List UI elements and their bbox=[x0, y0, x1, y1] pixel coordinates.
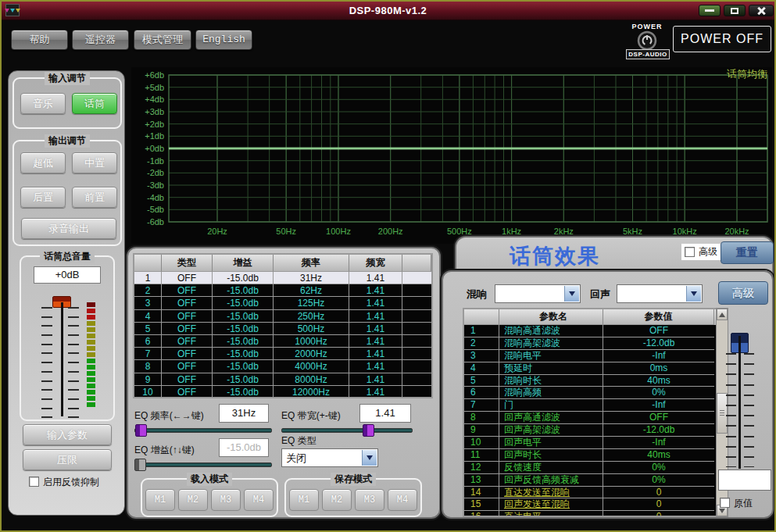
eq-band-row[interactable]: 5OFF-15.0db500Hz1.41 bbox=[134, 323, 431, 335]
save-mode-m1-button[interactable]: M1 bbox=[289, 489, 319, 511]
power-off-button[interactable]: POWER OFF bbox=[673, 26, 771, 52]
eq-band-row[interactable]: 9OFF-15.0db8000Hz1.41 bbox=[134, 373, 431, 386]
param-cell: 0% bbox=[603, 462, 714, 474]
eq-gain-slider-handle[interactable] bbox=[134, 459, 146, 471]
eq-gain-slider-track[interactable] bbox=[134, 462, 272, 467]
eq-band-row[interactable]: 1OFF-15.0db31Hz1.41 bbox=[134, 272, 431, 284]
eq-freq-label: EQ 频率(←→键) bbox=[134, 409, 204, 423]
echo-dropdown[interactable] bbox=[617, 284, 703, 303]
eq-bandwidth-value[interactable]: 1.41 bbox=[359, 404, 411, 423]
eq-cell: OFF bbox=[162, 297, 213, 309]
save-mode-title: 保存模式 bbox=[331, 473, 376, 486]
reverb-dropdown-button[interactable] bbox=[564, 286, 579, 302]
eq-cell: 2000Hz bbox=[274, 348, 349, 360]
subwoofer-button[interactable]: 超低 bbox=[20, 152, 66, 173]
param-value-box[interactable] bbox=[718, 470, 771, 491]
param-row[interactable]: 10回声电平-Inf bbox=[464, 437, 716, 449]
rear-button[interactable]: 后置 bbox=[20, 187, 66, 208]
eq-band-row[interactable]: 6OFF-15.0db1000Hz1.41 bbox=[134, 335, 431, 348]
maximize-button[interactable] bbox=[724, 5, 746, 16]
eq-cell: 1.41 bbox=[349, 335, 402, 348]
eq-cell: 3 bbox=[134, 297, 162, 309]
remote-button[interactable]: 遥控器 bbox=[72, 30, 129, 50]
eq-freq-value[interactable]: 31Hz bbox=[219, 404, 269, 423]
load-mode-m2-button[interactable]: M2 bbox=[178, 489, 208, 511]
english-button[interactable]: English bbox=[195, 30, 252, 50]
mic-volume-slider-track[interactable] bbox=[61, 302, 63, 416]
param-row[interactable]: 7门-Inf bbox=[464, 399, 716, 412]
param-row[interactable]: 2混响高架滤波-12.0db bbox=[464, 337, 716, 350]
param-row[interactable]: 4预延时0ms bbox=[464, 362, 716, 375]
eq-bandwidth-slider-handle[interactable] bbox=[363, 424, 374, 437]
front-button[interactable]: 前置 bbox=[72, 187, 117, 208]
center-button[interactable]: 中置 bbox=[72, 152, 117, 173]
mic-button[interactable]: 话筒 bbox=[72, 93, 117, 114]
mode-manage-button[interactable]: 模式管理 bbox=[134, 30, 191, 50]
maximize-icon bbox=[731, 8, 738, 14]
eq-gain-value[interactable]: -15.0db bbox=[219, 438, 269, 457]
param-row[interactable]: 9回声高架滤波-12.0db bbox=[464, 424, 716, 437]
advanced-button[interactable]: 高级 bbox=[718, 281, 768, 305]
param-row[interactable]: 11回声时长40ms bbox=[464, 449, 716, 462]
load-mode-m4-button[interactable]: M4 bbox=[244, 489, 274, 511]
save-mode-m2-button[interactable]: M2 bbox=[322, 489, 352, 511]
record-output-button[interactable]: 录音输出 bbox=[21, 218, 116, 239]
load-mode-m1-button[interactable]: M1 bbox=[145, 489, 175, 511]
input-params-button[interactable]: 输入参数 bbox=[23, 424, 112, 445]
title-bar: DSP-980M-v1.2 bbox=[2, 2, 774, 20]
param-row[interactable]: 16直达电平0 bbox=[464, 511, 716, 517]
param-row[interactable]: 14直达发送至混响0 bbox=[464, 487, 716, 499]
load-mode-m3-button[interactable]: M3 bbox=[211, 489, 241, 511]
help-button[interactable]: 帮助 bbox=[11, 30, 68, 50]
eq-cell: 1000Hz bbox=[274, 335, 349, 348]
reset-button[interactable]: 重置 bbox=[721, 241, 774, 264]
eq-bandwidth-slider-track[interactable] bbox=[281, 428, 413, 433]
eq-header-freq: 频率 bbox=[274, 255, 349, 272]
param-row[interactable]: 15回声发送至混响0 bbox=[464, 498, 716, 511]
echo-dropdown-button[interactable] bbox=[686, 286, 701, 302]
eq-cell: -15.0db bbox=[213, 373, 274, 386]
eq-band-row[interactable]: 2OFF-15.0db62Hz1.41 bbox=[134, 284, 431, 297]
load-mode-title: 载入模式 bbox=[187, 473, 232, 486]
app-window: DSP-980M-v1.2 帮助 遥控器 模式管理 English POWER … bbox=[0, 0, 776, 532]
mic-volume-title: 话筒总音量 bbox=[40, 250, 95, 263]
eq-cell: -15.0db bbox=[213, 284, 274, 297]
eq-cell bbox=[402, 310, 431, 323]
param-slider-track[interactable] bbox=[738, 336, 741, 469]
eq-band-row[interactable]: 4OFF-15.0db250Hz1.41 bbox=[134, 310, 431, 323]
scroll-up-button[interactable] bbox=[717, 309, 728, 320]
svg-text:-6db: -6db bbox=[147, 217, 164, 227]
led-segment bbox=[87, 365, 95, 370]
param-row[interactable]: 5混响时长40ms bbox=[464, 375, 716, 387]
eq-type-dropdown-button[interactable] bbox=[362, 450, 377, 466]
limiter-button[interactable]: 压限 bbox=[23, 449, 112, 470]
eq-freq-slider-track[interactable] bbox=[134, 428, 272, 433]
minimize-button[interactable] bbox=[699, 5, 721, 16]
param-cell: 回声发送至混响 bbox=[499, 498, 603, 511]
param-row[interactable]: 8回声高通滤波OFF bbox=[464, 412, 716, 424]
eq-freq-slider-handle[interactable] bbox=[135, 424, 147, 437]
param-row[interactable]: 3混响电平-Inf bbox=[464, 350, 716, 362]
reverb-dropdown[interactable] bbox=[495, 284, 581, 303]
eq-band-row[interactable]: 8OFF-15.0db4000Hz1.41 bbox=[134, 360, 431, 373]
param-cell: 3 bbox=[464, 350, 499, 362]
save-mode-buttons: M1M2M3M4 bbox=[289, 489, 417, 511]
param-row[interactable]: 12反馈速度0% bbox=[464, 462, 716, 474]
save-mode-m4-button[interactable]: M4 bbox=[388, 489, 417, 511]
advanced-checkbox[interactable] bbox=[685, 247, 695, 257]
param-row[interactable]: 1混响高通滤波OFF bbox=[464, 325, 716, 337]
feedback-suppress-checkbox[interactable] bbox=[29, 477, 39, 487]
eq-band-row[interactable]: 3OFF-15.0db125Hz1.41 bbox=[134, 297, 431, 309]
led-segment bbox=[87, 340, 95, 345]
music-button[interactable]: 音乐 bbox=[20, 93, 66, 114]
param-cell: 40ms bbox=[603, 449, 714, 462]
param-row[interactable]: 13回声反馈高频衰减0% bbox=[464, 474, 716, 487]
eq-cell: 1.41 bbox=[349, 360, 402, 373]
eq-band-row[interactable]: 10OFF-15.0db12000Hz1.41 bbox=[134, 386, 431, 398]
close-button[interactable] bbox=[749, 5, 774, 16]
param-row[interactable]: 6混响高频0% bbox=[464, 387, 716, 399]
save-mode-m3-button[interactable]: M3 bbox=[355, 489, 384, 511]
eq-band-row[interactable]: 7OFF-15.0db2000Hz1.41 bbox=[134, 348, 431, 360]
original-value-checkbox[interactable] bbox=[720, 498, 730, 508]
eq-type-dropdown[interactable]: 关闭 bbox=[281, 448, 378, 467]
